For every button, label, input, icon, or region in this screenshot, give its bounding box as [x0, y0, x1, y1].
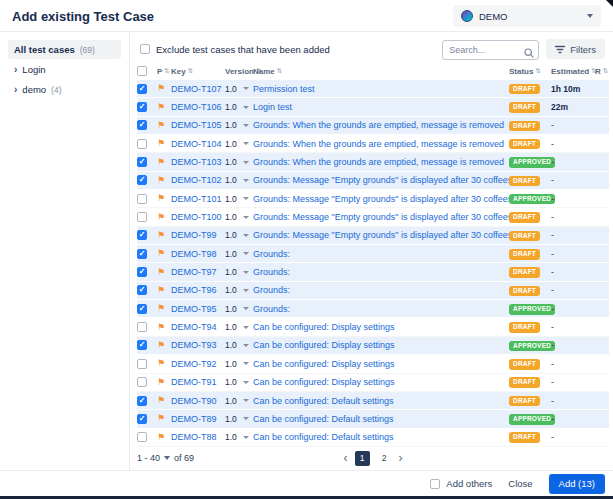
test-case-key-link[interactable]: DEMO-T93: [171, 340, 225, 350]
test-case-key-link[interactable]: DEMO-T107: [171, 84, 225, 94]
version-dropdown-icon[interactable]: [243, 234, 249, 237]
sidebar-item-all-test-cases[interactable]: All test cases(69): [8, 40, 121, 59]
version-dropdown-icon[interactable]: [243, 179, 249, 182]
test-case-key-link[interactable]: DEMO-T102: [171, 175, 225, 185]
test-case-key-link[interactable]: DEMO-T90: [171, 396, 225, 406]
sidebar-item-demo[interactable]: ›demo(4): [8, 80, 121, 99]
table-row[interactable]: ⚑DEMO-T1001.0Grounds: Message "Empty gro…: [137, 208, 609, 226]
table-row[interactable]: ⚑DEMO-T991.0Grounds: Message "Empty grou…: [137, 227, 609, 245]
row-checkbox[interactable]: [137, 267, 147, 277]
select-all-checkbox[interactable]: [137, 66, 147, 76]
table-row[interactable]: ⚑DEMO-T881.0Can be configured: Default s…: [137, 429, 609, 447]
row-checkbox[interactable]: [137, 230, 147, 240]
sidebar-item-login[interactable]: ›Login: [8, 60, 121, 79]
column-header-estimated[interactable]: Estimated⇅: [551, 67, 595, 76]
test-case-name-link[interactable]: Can be configured: Default settings: [253, 432, 509, 442]
column-header-status[interactable]: Status⇅: [509, 67, 551, 76]
column-header-result[interactable]: R⇅: [595, 67, 609, 76]
test-case-key-link[interactable]: DEMO-T92: [171, 359, 225, 369]
previous-page-button[interactable]: ‹: [344, 452, 348, 464]
version-dropdown-icon[interactable]: [243, 161, 249, 164]
row-checkbox[interactable]: [137, 175, 147, 185]
exclude-added-checkbox-group[interactable]: Exclude test cases that have been added: [140, 44, 330, 55]
version-dropdown-icon[interactable]: [243, 289, 249, 292]
test-case-name-link[interactable]: Grounds: Message "Empty grounds" is disp…: [253, 212, 509, 222]
test-case-name-link[interactable]: Permission test: [253, 84, 509, 94]
test-case-name-link[interactable]: Grounds: Message "Empty grounds" is disp…: [253, 175, 509, 185]
test-case-key-link[interactable]: DEMO-T100: [171, 212, 225, 222]
row-checkbox[interactable]: [137, 84, 147, 94]
test-case-name-link[interactable]: Can be configured: Default settings: [253, 414, 509, 424]
test-case-name-link[interactable]: Grounds: When the grounds are emptied, m…: [253, 157, 509, 167]
row-checkbox[interactable]: [137, 414, 147, 424]
row-checkbox[interactable]: [137, 249, 147, 259]
test-case-key-link[interactable]: DEMO-T96: [171, 285, 225, 295]
version-dropdown-icon[interactable]: [243, 436, 249, 439]
column-header-name[interactable]: Name⇅: [253, 67, 509, 76]
table-row[interactable]: ⚑DEMO-T901.0Can be configured: Default s…: [137, 392, 609, 410]
test-case-name-link[interactable]: Can be configured: Display settings: [253, 340, 509, 350]
test-case-name-link[interactable]: Grounds: Message "Empty grounds" is disp…: [253, 230, 509, 240]
version-dropdown-icon[interactable]: [243, 106, 249, 109]
test-case-name-link[interactable]: Grounds:: [253, 304, 509, 314]
column-header-version[interactable]: Version⇅: [225, 67, 253, 76]
test-case-name-link[interactable]: Login test: [253, 102, 509, 112]
test-case-key-link[interactable]: DEMO-T95: [171, 304, 225, 314]
test-case-key-link[interactable]: DEMO-T101: [171, 194, 225, 204]
test-case-name-link[interactable]: Grounds:: [253, 285, 509, 295]
version-dropdown-icon[interactable]: [243, 142, 249, 145]
add-others-checkbox[interactable]: [430, 479, 440, 489]
table-row[interactable]: ⚑DEMO-T941.0Can be configured: Display s…: [137, 318, 609, 336]
test-case-key-link[interactable]: DEMO-T94: [171, 322, 225, 332]
exclude-added-checkbox[interactable]: [140, 44, 150, 54]
page-number-2[interactable]: 2: [377, 451, 392, 466]
version-dropdown-icon[interactable]: [243, 124, 249, 127]
add-others-checkbox-group[interactable]: Add others: [430, 478, 492, 489]
row-checkbox[interactable]: [137, 432, 147, 442]
version-dropdown-icon[interactable]: [243, 252, 249, 255]
test-case-name-link[interactable]: Grounds: When the grounds are emptied, m…: [253, 139, 509, 149]
table-row[interactable]: ⚑DEMO-T1051.0Grounds: When the grounds a…: [137, 117, 609, 135]
table-row[interactable]: ⚑DEMO-T931.0Can be configured: Display s…: [137, 337, 609, 355]
column-header-key[interactable]: Key⇅: [171, 67, 225, 76]
row-checkbox[interactable]: [137, 157, 147, 167]
test-case-key-link[interactable]: DEMO-T104: [171, 139, 225, 149]
test-case-key-link[interactable]: DEMO-T89: [171, 414, 225, 424]
table-row[interactable]: ⚑DEMO-T981.0Grounds:DRAFT-: [137, 245, 609, 263]
table-row[interactable]: ⚑DEMO-T921.0Can be configured: Display s…: [137, 355, 609, 373]
test-case-key-link[interactable]: DEMO-T97: [171, 267, 225, 277]
table-row[interactable]: ⚑DEMO-T1061.0Login testDRAFT22m: [137, 98, 609, 116]
add-button[interactable]: Add (13): [549, 474, 605, 494]
test-case-name-link[interactable]: Grounds:: [253, 249, 509, 259]
row-checkbox[interactable]: [137, 194, 147, 204]
table-row[interactable]: ⚑DEMO-T911.0Can be configured: Display s…: [137, 374, 609, 392]
test-case-name-link[interactable]: Can be configured: Display settings: [253, 322, 509, 332]
test-case-key-link[interactable]: DEMO-T99: [171, 230, 225, 240]
test-case-name-link[interactable]: Can be configured: Display settings: [253, 359, 509, 369]
test-case-name-link[interactable]: Can be configured: Display settings: [253, 377, 509, 387]
table-row[interactable]: ⚑DEMO-T951.0Grounds:APPROVED-: [137, 300, 609, 318]
next-page-button[interactable]: ›: [399, 452, 403, 464]
row-checkbox[interactable]: [137, 396, 147, 406]
row-checkbox[interactable]: [137, 304, 147, 314]
row-checkbox[interactable]: [137, 322, 147, 332]
version-dropdown-icon[interactable]: [243, 326, 249, 329]
version-dropdown-icon[interactable]: [243, 399, 249, 402]
close-button[interactable]: Close: [508, 478, 532, 489]
version-dropdown-icon[interactable]: [243, 344, 249, 347]
test-case-key-link[interactable]: DEMO-T106: [171, 102, 225, 112]
test-case-key-link[interactable]: DEMO-T88: [171, 432, 225, 442]
version-dropdown-icon[interactable]: [243, 417, 249, 420]
test-case-key-link[interactable]: DEMO-T91: [171, 377, 225, 387]
version-dropdown-icon[interactable]: [243, 216, 249, 219]
test-case-name-link[interactable]: Grounds: Message "Empty grounds" is disp…: [253, 194, 509, 204]
row-checkbox[interactable]: [137, 120, 147, 130]
row-checkbox[interactable]: [137, 340, 147, 350]
page-number-1[interactable]: 1: [355, 451, 370, 466]
row-checkbox[interactable]: [137, 102, 147, 112]
table-row[interactable]: ⚑DEMO-T1071.0Permission testDRAFT1h 10m: [137, 80, 609, 98]
row-checkbox[interactable]: [137, 359, 147, 369]
version-dropdown-icon[interactable]: [243, 197, 249, 200]
table-row[interactable]: ⚑DEMO-T1031.0Grounds: When the grounds a…: [137, 153, 609, 171]
version-dropdown-icon[interactable]: [243, 271, 249, 274]
